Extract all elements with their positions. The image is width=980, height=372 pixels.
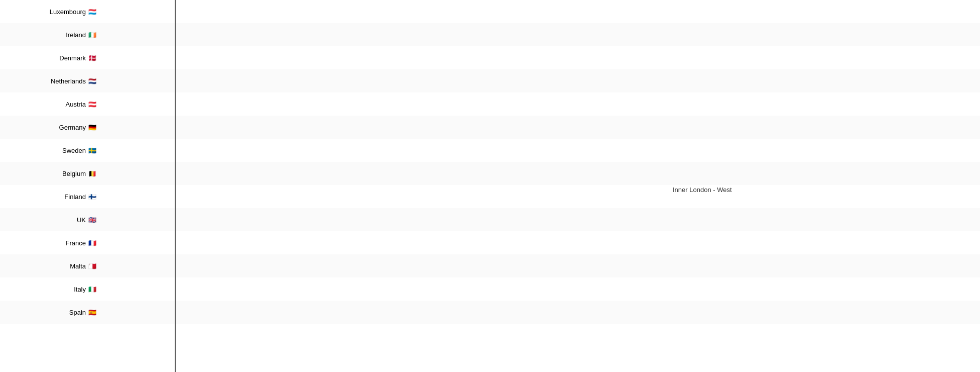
dot [153, 193, 161, 201]
square [177, 191, 188, 202]
flag-ireland: 🇮🇪 [88, 31, 96, 39]
dot [207, 215, 216, 224]
dot [192, 285, 200, 293]
country-name-luxembourg: Luxembourg [50, 8, 86, 16]
dot [244, 56, 248, 59]
dot [132, 285, 140, 293]
dot [220, 192, 229, 201]
dot [241, 76, 251, 85]
dot [127, 308, 135, 316]
dot [231, 215, 240, 224]
dot [279, 33, 282, 36]
dot [134, 239, 142, 247]
dot [178, 77, 186, 85]
square [195, 98, 206, 109]
dot [244, 79, 248, 82]
row-label-belgium: Belgium 🇧🇪 [0, 162, 100, 185]
flag-denmark: 🇩🇰 [88, 54, 96, 62]
dot-inner-london [766, 215, 775, 224]
dot [177, 169, 186, 178]
vertical-axis-line [175, 0, 176, 372]
dot [153, 100, 161, 108]
dot [198, 169, 206, 177]
country-name-spain: Spain [69, 309, 86, 316]
country-name-germany: Germany [59, 124, 86, 131]
dot [205, 100, 214, 109]
row-label-austria: Austria 🇦🇹 [0, 92, 100, 116]
dot [181, 125, 185, 129]
dot [153, 169, 161, 177]
row-label-netherlands: Netherlands 🇳🇱 [0, 69, 100, 92]
dot [214, 100, 223, 109]
dot [112, 238, 121, 247]
dot [241, 53, 251, 62]
square [194, 144, 205, 155]
dot [229, 103, 232, 106]
row-label-ireland: Ireland 🇮🇪 [0, 23, 100, 46]
dot [214, 169, 222, 177]
country-name-sweden: Sweden [62, 147, 86, 154]
square [269, 28, 280, 39]
row-label-italy: Italy 🇮🇹 [0, 277, 100, 301]
dot [304, 30, 313, 39]
dot [103, 238, 112, 247]
square [186, 167, 197, 178]
dot [199, 311, 202, 314]
row-label-spain: Spain 🇪🇸 [0, 301, 100, 324]
dot [151, 8, 158, 15]
dot [124, 285, 132, 293]
annotation-label: Inner London - West [673, 186, 732, 194]
flag-sweden: 🇸🇪 [88, 147, 96, 154]
dot [274, 123, 283, 132]
flag-malta: 🇲🇹 [88, 262, 96, 270]
dot [149, 31, 157, 39]
country-name-malta: Malta [70, 262, 86, 270]
row-label-luxembourg: Luxembourg 🇱🇺 [0, 0, 100, 23]
chart-container: Luxembourg 🇱🇺 [0, 0, 980, 372]
row-label-malta: Malta 🇲🇹 [0, 254, 100, 277]
country-name-ireland: Ireland [66, 31, 86, 39]
dots-svg [0, 0, 980, 372]
dot [223, 195, 226, 198]
square [201, 75, 212, 86]
dot [200, 285, 208, 293]
dot [169, 123, 177, 131]
square [177, 121, 188, 132]
square [171, 283, 182, 294]
row-label-sweden: Sweden 🇸🇪 [0, 139, 100, 162]
country-name-finland: Finland [64, 193, 86, 201]
country-name-italy: Italy [74, 286, 86, 293]
dot [241, 146, 251, 155]
dot [153, 77, 161, 85]
dot [142, 239, 150, 247]
flag-italy: 🇮🇹 [88, 286, 96, 293]
dot [158, 216, 166, 224]
row-label-denmark: Denmark 🇩🇰 [0, 46, 100, 69]
dot [139, 285, 147, 293]
square [201, 75, 212, 86]
dot [193, 77, 201, 85]
dot [226, 100, 235, 109]
dot [198, 123, 206, 131]
annotation-arrow-line [718, 194, 768, 217]
dot [181, 53, 190, 62]
flag-netherlands: 🇳🇱 [88, 77, 96, 85]
dot [197, 308, 205, 316]
flag-luxembourg: 🇱🇺 [88, 8, 96, 16]
dot [185, 100, 193, 108]
dot [203, 192, 212, 201]
country-name-france: France [66, 239, 86, 247]
dot [181, 308, 189, 316]
country-name-uk: UK [77, 216, 86, 224]
dot [189, 308, 197, 316]
row-luxembourg: Luxembourg 🇱🇺 [0, 0, 980, 23]
flag-finland: 🇫🇮 [88, 193, 96, 201]
flag-uk: 🇬🇧 [88, 216, 96, 224]
dots-luxembourg [100, 0, 980, 23]
square [199, 52, 210, 63]
dot [278, 172, 281, 175]
dot [224, 76, 233, 85]
dot [244, 149, 248, 152]
dot [190, 123, 198, 131]
dot [135, 308, 143, 316]
